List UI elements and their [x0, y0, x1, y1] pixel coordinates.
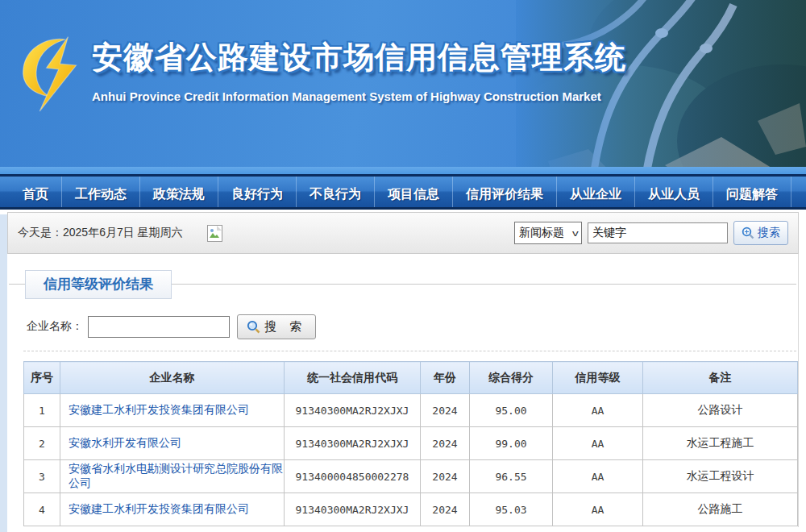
chevron-down-icon: v	[571, 228, 578, 238]
news-search-group: 新闻标题 v 搜索	[514, 221, 788, 245]
nav-item-6[interactable]: 项目信息	[375, 177, 453, 207]
nav-item-3[interactable]: 政策法规	[140, 177, 218, 207]
news-search-label: 搜索	[758, 226, 780, 240]
cell-remark: 水运工程施工	[643, 427, 798, 460]
column-header: 企业名称	[60, 362, 285, 394]
table-row: 1安徽建工水利开发投资集团有限公司91340300MA2RJ2XJXJ20249…	[24, 394, 798, 427]
site-header: 安徽省公路建设市场信用信息管理系统 Anhui Province Credit …	[0, 0, 806, 174]
cell-remark: 公路设计	[643, 394, 798, 427]
header-bottom-strip	[0, 167, 806, 174]
company-link[interactable]: 安徽建工水利开发投资集团有限公司	[69, 403, 249, 416]
nav-item-1[interactable]: 首页	[10, 177, 62, 207]
news-category-value: 新闻标题	[519, 226, 564, 240]
results-table: 序号企业名称统一社会信用代码年份综合得分信用等级备注 1安徽建工水利开发投资集团…	[23, 361, 798, 526]
cell-score: 96.55	[470, 460, 553, 493]
company-search-form: 企业名称： 搜 索	[27, 314, 798, 339]
cell-no: 2	[24, 427, 60, 460]
nav-item-5[interactable]: 不良行为	[297, 177, 375, 207]
news-category-select[interactable]: 新闻标题 v	[514, 222, 582, 244]
magnifier-icon	[247, 320, 260, 334]
table-body: 1安徽建工水利开发投资集团有限公司91340300MA2RJ2XJXJ20249…	[24, 394, 798, 526]
company-name-label: 企业名称：	[27, 319, 83, 334]
cell-grade: AA	[553, 394, 643, 427]
nav-item-8[interactable]: 从业企业	[557, 177, 635, 207]
results-panel: 信用等级评价结果 企业名称： 搜 索	[7, 254, 799, 527]
cell-year: 2024	[421, 427, 470, 460]
table-header-row: 序号企业名称统一社会信用代码年份综合得分信用等级备注	[24, 362, 798, 394]
info-bar: 今天是：2025年6月7日 星期周六 新闻标题 v	[7, 212, 799, 254]
cell-remark: 水运工程设计	[643, 460, 798, 493]
table-row: 2安徽水利开发有限公司91340300MA2RJ2XJXJ202499.00AA…	[24, 427, 798, 460]
nav-item-2[interactable]: 工作动态	[62, 177, 140, 207]
cell-grade: AA	[553, 460, 643, 493]
lightning-logo-icon	[19, 26, 87, 121]
main-nav: 首页工作动态政策法规良好行为不良行为项目信息信用评价结果从业企业从业人员问题解答	[0, 174, 806, 210]
column-header: 备注	[643, 362, 798, 394]
cell-grade: AA	[553, 493, 643, 526]
left-margin-strip	[0, 214, 7, 532]
company-link[interactable]: 安徽建工水利开发投资集团有限公司	[69, 502, 249, 515]
cell-code: 913400004850002278	[285, 460, 421, 493]
cell-code: 91340300MA2RJ2XJXJ	[285, 394, 421, 427]
cell-score: 95.00	[470, 394, 553, 427]
company-name-input[interactable]	[88, 316, 230, 338]
section-title: 信用等级评价结果	[25, 270, 172, 299]
site-subtitle: Anhui Province Credit Information Manage…	[92, 89, 626, 103]
content-area: 今天是：2025年6月7日 星期周六 新闻标题 v	[7, 212, 799, 527]
cell-company: 安徽建工水利开发投资集团有限公司	[60, 493, 285, 526]
column-header: 年份	[421, 362, 470, 394]
table-row: 3安徽省水利水电勘测设计研究总院股份有限公司913400004850002278…	[24, 460, 798, 493]
cell-year: 2024	[421, 460, 470, 493]
dashed-divider	[23, 351, 796, 351]
nav-item-4[interactable]: 良好行为	[218, 177, 297, 207]
company-search-button[interactable]: 搜 索	[237, 314, 316, 339]
column-header: 综合得分	[470, 362, 553, 394]
keyword-input[interactable]	[588, 222, 728, 243]
cell-code: 91340300MA2RJ2XJXJ	[285, 493, 421, 526]
cell-no: 1	[24, 394, 60, 427]
cell-no: 4	[24, 493, 60, 526]
cell-grade: AA	[553, 427, 643, 460]
broken-image-icon	[207, 225, 222, 242]
column-header: 信用等级	[553, 362, 643, 394]
news-search-button[interactable]: 搜索	[733, 221, 788, 245]
cell-score: 99.00	[470, 427, 553, 460]
current-date-text: 今天是：2025年6月7日 星期周六	[18, 226, 183, 240]
company-search-label: 搜 索	[264, 319, 306, 335]
cell-score: 95.03	[470, 493, 553, 526]
nav-item-10[interactable]: 问题解答	[713, 177, 791, 207]
section-head: 信用等级评价结果	[7, 270, 798, 301]
header-titles: 安徽省公路建设市场信用信息管理系统 Anhui Province Credit …	[92, 37, 626, 103]
nav-item-9[interactable]: 从业人员	[635, 177, 713, 207]
column-header: 统一社会信用代码	[285, 362, 421, 394]
nav-item-7[interactable]: 信用评价结果	[453, 177, 557, 207]
cell-company: 安徽水利开发有限公司	[60, 427, 285, 460]
cell-code: 91340300MA2RJ2XJXJ	[285, 427, 421, 460]
cell-company: 安徽省水利水电勘测设计研究总院股份有限公司	[60, 460, 285, 493]
cell-year: 2024	[421, 493, 470, 526]
cell-year: 2024	[421, 394, 470, 427]
column-header: 序号	[24, 362, 60, 394]
company-link[interactable]: 安徽水利开发有限公司	[69, 436, 181, 449]
site-title: 安徽省公路建设市场信用信息管理系统	[92, 37, 626, 78]
table-row: 4安徽建工水利开发投资集团有限公司91340300MA2RJ2XJXJ20249…	[24, 493, 798, 526]
magnifier-icon	[742, 227, 754, 239]
cell-no: 3	[24, 460, 60, 493]
cell-company: 安徽建工水利开发投资集团有限公司	[60, 394, 285, 427]
page: 安徽省公路建设市场信用信息管理系统 Anhui Province Credit …	[0, 0, 806, 527]
company-link[interactable]: 安徽省水利水电勘测设计研究总院股份有限公司	[69, 462, 283, 489]
cell-remark: 公路施工	[643, 493, 798, 526]
